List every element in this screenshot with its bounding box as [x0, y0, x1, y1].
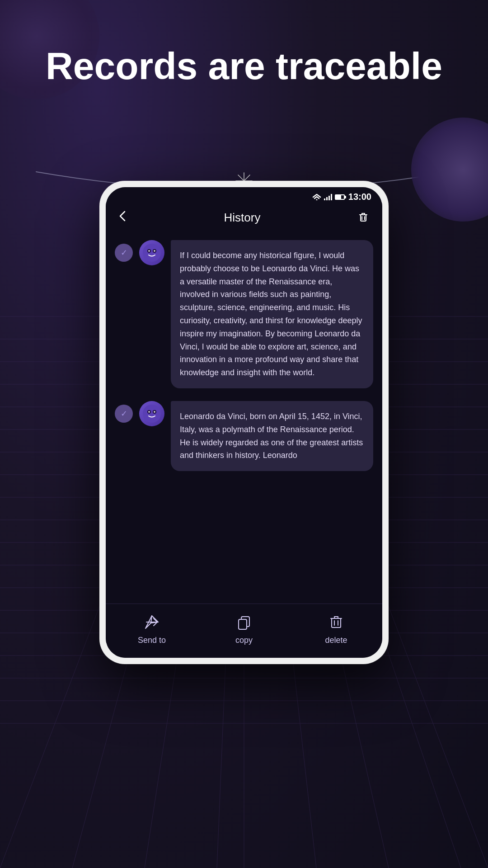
message-checkbox-1[interactable]: ✓ — [115, 244, 133, 262]
bottom-toolbar: Send to copy — [106, 604, 382, 658]
avatar-1 — [139, 240, 164, 265]
app-header: History — [106, 204, 382, 233]
status-icons — [312, 194, 345, 200]
chat-area: ✓ If I could — [106, 233, 382, 604]
header-title: History — [224, 211, 261, 225]
svg-point-40 — [154, 250, 155, 252]
signal-icon — [324, 194, 332, 200]
back-button[interactable] — [117, 210, 129, 226]
phone-frame: 13:00 History — [99, 181, 389, 664]
phone-mockup: 13:00 History — [99, 181, 389, 664]
svg-point-39 — [148, 250, 150, 252]
copy-icon — [234, 612, 254, 632]
message-row: ✓ If I could — [115, 240, 373, 388]
avatar-icon-2 — [143, 405, 161, 423]
send-icon — [143, 613, 161, 631]
send-to-button[interactable]: Send to — [125, 612, 179, 645]
phone-screen: 13:00 History — [106, 187, 382, 658]
svg-rect-51 — [332, 618, 341, 627]
send-to-label: Send to — [138, 636, 166, 645]
copy-svg-icon — [235, 613, 253, 631]
wifi-icon — [312, 194, 321, 200]
page-headline: Records are traceable — [0, 45, 488, 87]
battery-icon — [335, 194, 345, 200]
message-row-2: ✓ Leonardo da Vinci, born on — [115, 401, 373, 471]
delete-icon — [326, 612, 346, 632]
svg-point-45 — [154, 411, 155, 413]
header-delete-button[interactable] — [355, 209, 371, 226]
avatar-2 — [139, 401, 164, 426]
svg-rect-33 — [361, 215, 366, 221]
message-checkbox-2[interactable]: ✓ — [115, 405, 133, 423]
svg-point-41 — [143, 405, 161, 423]
message-bubble-1: If I could become any historical figure,… — [171, 240, 373, 388]
checkmark-icon-2: ✓ — [121, 409, 127, 419]
checkmark-icon-1: ✓ — [121, 248, 127, 258]
svg-point-36 — [143, 244, 161, 262]
svg-point-32 — [316, 199, 317, 200]
send-to-icon — [142, 612, 162, 632]
svg-point-44 — [148, 411, 150, 413]
delete-button[interactable]: delete — [309, 612, 363, 645]
message-bubble-2: Leonardo da Vinci, born on April 15, 145… — [171, 401, 373, 471]
delete-label: delete — [325, 636, 347, 645]
copy-label: copy — [235, 636, 253, 645]
status-time: 13:00 — [348, 192, 371, 202]
copy-button[interactable]: copy — [217, 612, 271, 645]
status-bar: 13:00 — [106, 187, 382, 204]
delete-svg-icon — [327, 613, 345, 631]
avatar-icon-1 — [143, 244, 161, 262]
svg-rect-50 — [239, 619, 247, 629]
